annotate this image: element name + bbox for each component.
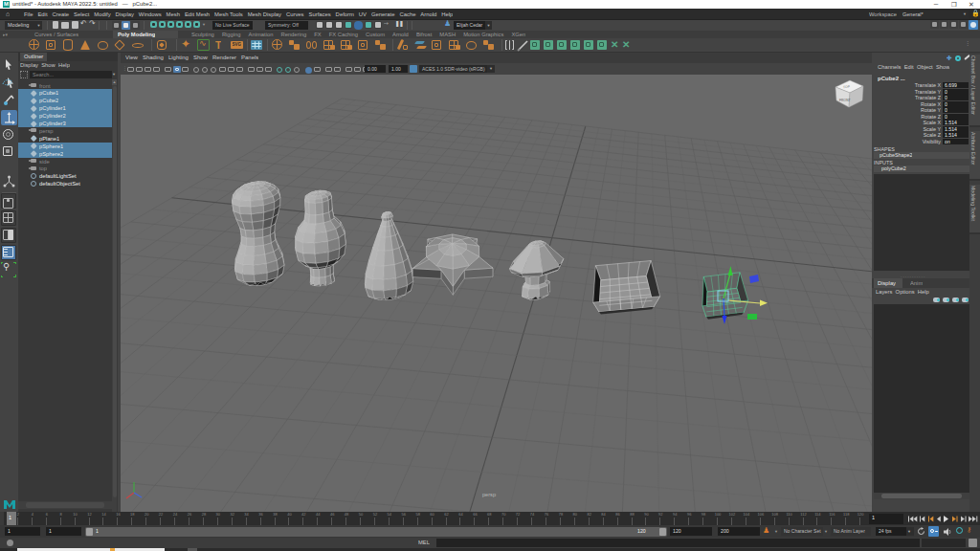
svg-text:persp: persp — [482, 492, 496, 497]
svg-text:TOP: TOP — [843, 85, 851, 90]
svg-text:FRONT: FRONT — [839, 99, 851, 102]
